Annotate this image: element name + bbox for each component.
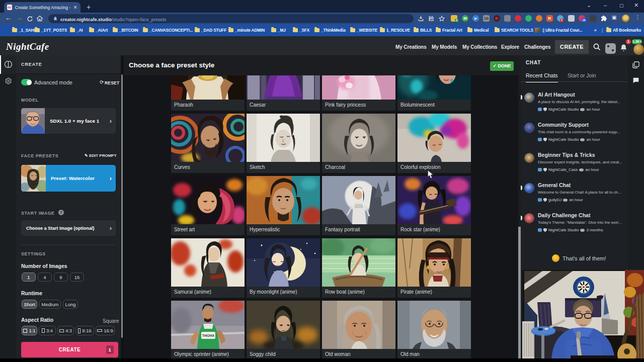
svg-text:THOHX: THOHX xyxy=(202,334,215,337)
